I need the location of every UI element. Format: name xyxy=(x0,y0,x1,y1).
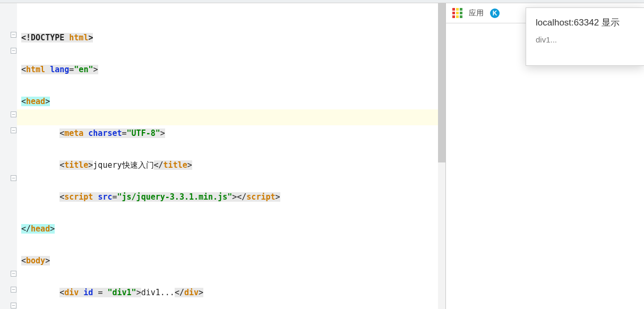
code-text: > xyxy=(45,97,50,106)
code-text: charset xyxy=(88,128,122,138)
code-text: body xyxy=(26,256,45,265)
main-split: – – – – – – – – <!DOCTYPE html> <html la… xyxy=(0,3,644,309)
code-text: head xyxy=(31,224,50,234)
code-text: < xyxy=(59,288,64,297)
code-text: </ xyxy=(175,288,184,297)
browser-pane: 应用 K localhost:63342 显示 div1... xyxy=(446,3,644,309)
code-text: < xyxy=(21,256,26,265)
code-text: = xyxy=(98,288,107,297)
code-text: html xyxy=(69,33,88,42)
code-text: "UTF-8" xyxy=(127,128,160,138)
code-text: script xyxy=(246,192,275,202)
code-text: div xyxy=(184,288,199,297)
alert-message: div1... xyxy=(536,35,634,44)
code-text: > xyxy=(232,192,237,202)
code-text: = xyxy=(112,192,117,202)
code-text: "en" xyxy=(74,65,93,74)
editor-pane: – – – – – – – – <!DOCTYPE html> <html la… xyxy=(0,3,446,309)
code-text: > xyxy=(88,160,93,170)
code-text: <!DOCTYPE xyxy=(21,33,69,42)
code-text: meta xyxy=(64,128,88,138)
alert-title: localhost:63342 显示 xyxy=(536,16,634,29)
code-text: > xyxy=(187,160,192,170)
code-text: > xyxy=(93,65,98,74)
gutter: – – – – – – – – xyxy=(0,3,17,309)
fold-toggle[interactable]: – xyxy=(11,127,16,133)
apps-label[interactable]: 应用 xyxy=(469,8,484,18)
code-text: < xyxy=(59,128,64,138)
scrollbar-thumb[interactable] xyxy=(438,3,445,162)
fold-toggle[interactable]: – xyxy=(11,175,16,181)
code-text: </ xyxy=(237,192,246,202)
code-text: < xyxy=(21,65,26,74)
fold-toggle[interactable]: – xyxy=(11,271,16,277)
code-text: title xyxy=(64,160,88,170)
code-text: = xyxy=(69,65,74,74)
code-text: title xyxy=(164,160,187,170)
vertical-scrollbar[interactable] xyxy=(438,3,445,309)
code-text: < xyxy=(21,97,26,106)
code-text: < xyxy=(59,192,64,202)
code-text: div xyxy=(64,288,83,297)
bookmark-k-icon[interactable]: K xyxy=(490,8,500,18)
code-text: > xyxy=(50,224,55,234)
code-text: html xyxy=(26,65,50,74)
code-text: > xyxy=(276,192,280,202)
fold-toggle[interactable]: – xyxy=(11,111,16,117)
fold-toggle[interactable]: – xyxy=(11,303,16,308)
code-text: > xyxy=(88,33,93,42)
code-area[interactable]: <!DOCTYPE html> <html lang="en"> <head> … xyxy=(21,14,280,309)
code-text: script xyxy=(64,192,98,202)
code-text: "div1" xyxy=(107,288,136,297)
code-text: "js/jquery-3.3.1.min.js" xyxy=(117,192,233,202)
code-text: jquery快速入门 xyxy=(93,160,153,170)
apps-icon[interactable] xyxy=(452,8,462,18)
code-text: > xyxy=(136,288,141,297)
code-text: lang xyxy=(50,65,69,74)
code-text: head xyxy=(26,97,45,106)
code-text: = xyxy=(122,128,127,138)
code-text: div1... xyxy=(141,288,175,297)
code-text: > xyxy=(199,288,203,297)
code-text: src xyxy=(98,192,112,202)
code-text: </ xyxy=(154,160,164,170)
fold-toggle[interactable]: – xyxy=(11,32,16,38)
code-text: < xyxy=(59,160,64,170)
fold-toggle[interactable]: – xyxy=(11,287,16,293)
js-alert-dialog: localhost:63342 显示 div1... xyxy=(526,7,644,66)
code-text: id xyxy=(83,288,98,297)
code-text: > xyxy=(160,128,165,138)
code-text: </ xyxy=(21,224,31,234)
fold-toggle[interactable]: – xyxy=(11,48,16,54)
code-text: > xyxy=(45,256,50,265)
